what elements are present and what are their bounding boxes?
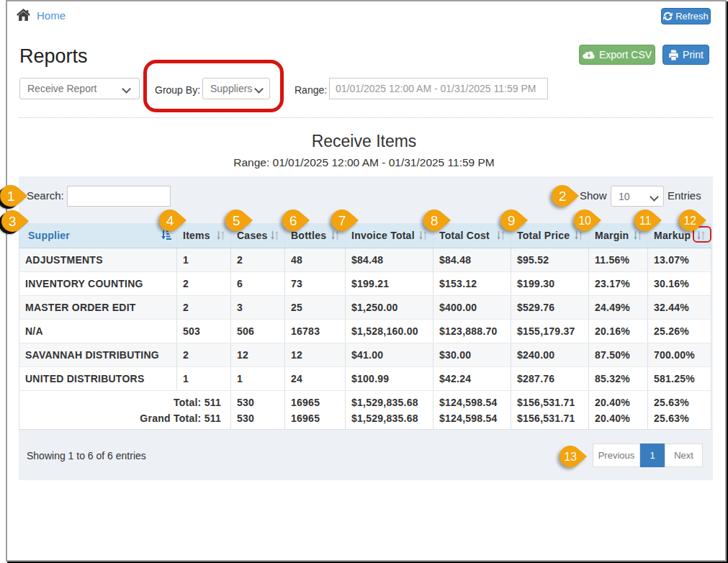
svg-text:9: 9	[507, 213, 515, 228]
svg-text:12: 12	[683, 214, 696, 227]
svg-text:7: 7	[338, 213, 346, 228]
svg-text:5: 5	[233, 213, 241, 228]
svg-text:13: 13	[564, 450, 577, 463]
svg-text:1: 1	[7, 188, 15, 203]
svg-text:4: 4	[166, 213, 174, 228]
svg-text:6: 6	[289, 213, 297, 228]
svg-text:2: 2	[559, 188, 567, 203]
svg-text:8: 8	[431, 213, 439, 228]
svg-text:10: 10	[578, 214, 591, 227]
svg-text:11: 11	[639, 214, 651, 227]
svg-text:3: 3	[9, 213, 17, 228]
